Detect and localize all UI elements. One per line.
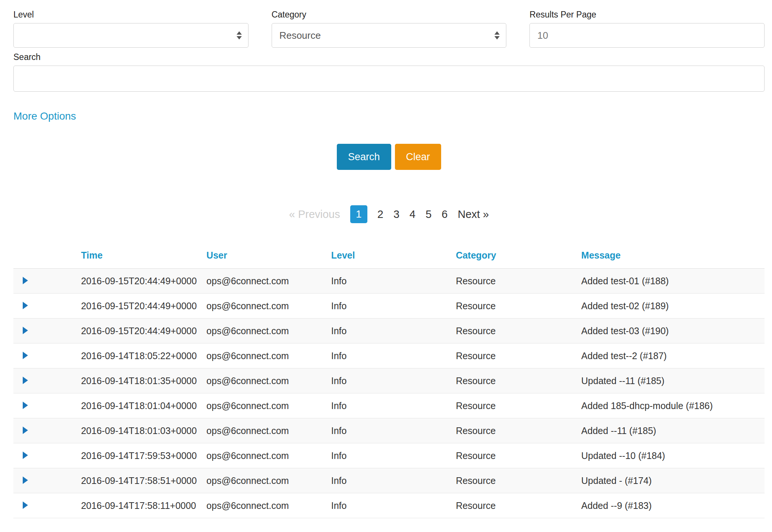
expand-row-icon[interactable]: [23, 327, 28, 334]
cell-time: 2016-09-14T18:01:04+0000: [81, 393, 206, 418]
pagination-page-3[interactable]: 3: [393, 208, 399, 221]
cell-category: Resource: [456, 269, 581, 294]
cell-level: Info: [331, 468, 456, 493]
cell-message: Updated - (#174): [581, 468, 765, 493]
cell-user: ops@6connect.com: [206, 418, 331, 443]
cell-category: Resource: [456, 294, 581, 319]
cell-time: 2016-09-14T17:59:53+0000: [81, 443, 206, 468]
cell-time: 2016-09-14T18:01:03+0000: [81, 418, 206, 443]
table-row: 2016-09-14T17:58:51+0000 ops@6connect.co…: [13, 468, 765, 493]
pagination-page-2[interactable]: 2: [377, 208, 383, 221]
cell-category: Resource: [456, 418, 581, 443]
pagination-previous[interactable]: « Previous: [289, 208, 340, 221]
cell-message: Updated --10 (#184): [581, 443, 765, 468]
expand-cell: [13, 294, 81, 319]
clear-button[interactable]: Clear: [395, 144, 442, 170]
cell-level: Info: [331, 269, 456, 294]
cell-level: Info: [331, 319, 456, 343]
expand-row-icon[interactable]: [23, 476, 28, 484]
cell-message: Added --11 (#185): [581, 418, 765, 443]
header-level: Level: [331, 250, 456, 269]
results-per-page-group: Results Per Page: [529, 10, 765, 48]
expand-cell: [13, 368, 81, 393]
cell-time: 2016-09-14T18:01:35+0000: [81, 368, 206, 393]
expand-cell: [13, 319, 81, 343]
actions-row: Search Clear: [13, 144, 765, 170]
category-select[interactable]: Resource: [272, 23, 507, 48]
search-label: Search: [13, 52, 765, 62]
header-user: User: [206, 250, 331, 269]
table-row: 2016-09-14T17:59:53+0000 ops@6connect.co…: [13, 443, 765, 468]
cell-user: ops@6connect.com: [206, 393, 331, 418]
cell-user: ops@6connect.com: [206, 443, 331, 468]
cell-message: Added test--2 (#187): [581, 343, 765, 368]
expand-cell: [13, 343, 81, 368]
table-row: 2016-09-14T17:58:11+0000 ops@6connect.co…: [13, 493, 765, 518]
expand-row-icon[interactable]: [23, 277, 28, 284]
search-input[interactable]: [13, 66, 765, 92]
category-filter-group: Category Resource: [272, 10, 507, 48]
search-row: Search: [13, 52, 765, 92]
cell-category: Resource: [456, 343, 581, 368]
expand-row-icon[interactable]: [23, 402, 28, 409]
results-per-page-input[interactable]: [529, 23, 765, 48]
expand-row-icon[interactable]: [23, 352, 28, 359]
more-options-link[interactable]: More Options: [13, 110, 76, 122]
cell-level: Info: [331, 368, 456, 393]
cell-message: Added test-01 (#188): [581, 269, 765, 294]
cell-message: Added 185-dhcp-module (#186): [581, 393, 765, 418]
cell-user: ops@6connect.com: [206, 269, 331, 294]
table-row: 2016-09-14T18:05:22+0000 ops@6connect.co…: [13, 343, 765, 368]
cell-category: Resource: [456, 468, 581, 493]
expand-row-icon[interactable]: [23, 427, 28, 434]
cell-user: ops@6connect.com: [206, 319, 331, 343]
cell-message: Added test-03 (#190): [581, 319, 765, 343]
cell-category: Resource: [456, 443, 581, 468]
expand-cell: [13, 393, 81, 418]
category-select-wrap: Resource: [272, 23, 507, 48]
header-expand-spacer: [13, 250, 81, 269]
pagination-next[interactable]: Next »: [458, 208, 489, 221]
search-button[interactable]: Search: [337, 144, 391, 170]
cell-category: Resource: [456, 493, 581, 518]
table-row: 2016-09-15T20:44:49+0000 ops@6connect.co…: [13, 294, 765, 319]
level-select[interactable]: [13, 23, 249, 48]
expand-cell: [13, 493, 81, 518]
cell-level: Info: [331, 418, 456, 443]
table-row: 2016-09-15T20:44:49+0000 ops@6connect.co…: [13, 319, 765, 343]
log-table-body: 2016-09-15T20:44:49+0000 ops@6connect.co…: [13, 269, 765, 518]
log-viewer-page: Level Category Resource Results Per Page: [0, 0, 772, 532]
filters-row: Level Category Resource Results Per Page: [13, 10, 765, 48]
header-category: Category: [456, 250, 581, 269]
pagination-page-4[interactable]: 4: [409, 208, 415, 221]
cell-category: Resource: [456, 368, 581, 393]
expand-row-icon[interactable]: [23, 302, 28, 309]
cell-time: 2016-09-15T20:44:49+0000: [81, 269, 206, 294]
cell-category: Resource: [456, 393, 581, 418]
cell-level: Info: [331, 493, 456, 518]
expand-row-icon[interactable]: [23, 377, 28, 384]
pagination-page-6[interactable]: 6: [442, 208, 447, 221]
table-header-row: Time User Level Category Message: [13, 250, 765, 269]
category-label: Category: [272, 10, 507, 20]
pagination-page-5[interactable]: 5: [425, 208, 431, 221]
cell-user: ops@6connect.com: [206, 468, 331, 493]
table-row: 2016-09-14T18:01:04+0000 ops@6connect.co…: [13, 393, 765, 418]
log-table: Time User Level Category Message 2016-09…: [13, 250, 765, 518]
cell-message: Added --9 (#183): [581, 493, 765, 518]
pagination-page-1[interactable]: 1: [350, 205, 367, 223]
expand-row-icon[interactable]: [23, 452, 28, 459]
cell-category: Resource: [456, 319, 581, 343]
level-filter-group: Level: [13, 10, 249, 48]
table-row: 2016-09-15T20:44:49+0000 ops@6connect.co…: [13, 269, 765, 294]
cell-user: ops@6connect.com: [206, 493, 331, 518]
cell-level: Info: [331, 294, 456, 319]
results-per-page-label: Results Per Page: [529, 10, 765, 20]
cell-user: ops@6connect.com: [206, 368, 331, 393]
cell-level: Info: [331, 443, 456, 468]
expand-cell: [13, 269, 81, 294]
expand-row-icon[interactable]: [23, 501, 28, 509]
pagination-top: « Previous123456Next »: [13, 205, 765, 223]
level-select-wrap: [13, 23, 249, 48]
table-row: 2016-09-14T18:01:35+0000 ops@6connect.co…: [13, 368, 765, 393]
